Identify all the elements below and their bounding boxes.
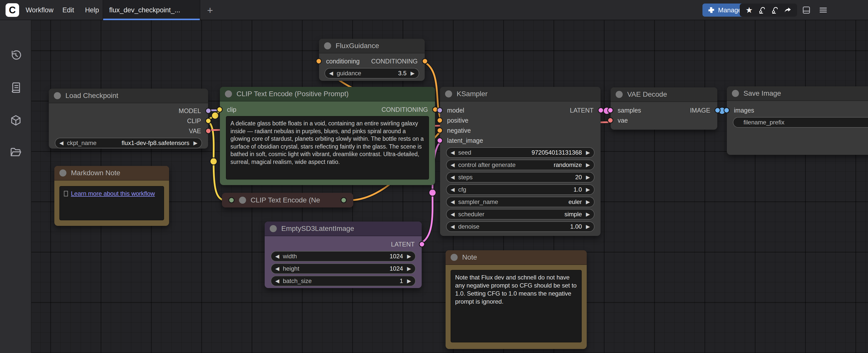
node-empty-sd3-latent-image[interactable]: EmptySD3LatentImage LATENT ◀ width 1024 … bbox=[265, 222, 422, 288]
increment-arrow-icon[interactable]: ▶ bbox=[586, 150, 590, 156]
decrement-arrow-icon[interactable]: ◀ bbox=[275, 266, 279, 272]
node-flux-guidance[interactable]: FluxGuidance conditioning CONDITIONING ◀… bbox=[319, 39, 425, 81]
node-clip-text-encode-positive[interactable]: CLIP Text Encode (Positive Prompt) clip … bbox=[220, 87, 435, 185]
menu-edit[interactable]: Edit bbox=[60, 0, 77, 20]
ckpt-name-widget[interactable]: ◀ ckpt_name flux1-dev-fp8.safetensors ▶ bbox=[55, 138, 202, 148]
node-titlebar[interactable]: EmptySD3LatentImage bbox=[265, 222, 422, 236]
favorites-star-icon[interactable]: ★ bbox=[744, 5, 754, 15]
active-tab-indicator bbox=[103, 19, 200, 20]
conditioning-input-port[interactable] bbox=[316, 58, 322, 64]
increment-arrow-icon[interactable]: ▶ bbox=[586, 186, 590, 193]
decrement-arrow-icon[interactable]: ◀ bbox=[451, 174, 455, 180]
increment-arrow-icon[interactable]: ▶ bbox=[586, 199, 590, 205]
scheduler-widget[interactable]: ◀ scheduler simple ▶ bbox=[446, 209, 594, 219]
bottom-panel-toggle-icon[interactable] bbox=[801, 5, 811, 15]
node-titlebar[interactable]: FluxGuidance bbox=[319, 39, 425, 53]
decrement-arrow-icon[interactable]: ◀ bbox=[451, 224, 455, 230]
node-ksampler[interactable]: KSampler model LATENT positive negative … bbox=[440, 87, 600, 236]
share-icon[interactable] bbox=[783, 5, 793, 15]
increment-arrow-icon[interactable]: ▶ bbox=[586, 224, 590, 230]
hamburger-menu-icon[interactable] bbox=[818, 5, 828, 15]
node-status-dot bbox=[239, 197, 246, 204]
node-load-checkpoint[interactable]: Load Checkpoint MODEL CLIP VAE ◀ ckpt_na… bbox=[49, 89, 208, 149]
workflow-docs-link[interactable]: Learn more about this workflow bbox=[71, 190, 155, 197]
vae-output-port[interactable] bbox=[205, 128, 211, 134]
decrement-arrow-icon[interactable]: ◀ bbox=[451, 211, 455, 217]
guidance-widget[interactable]: ◀ guidance 3.5 ▶ bbox=[324, 68, 419, 79]
decrement-arrow-icon[interactable]: ◀ bbox=[451, 162, 455, 168]
increment-arrow-icon[interactable]: ▶ bbox=[407, 253, 411, 259]
node-titlebar[interactable]: Load Checkpoint bbox=[49, 89, 208, 103]
latent-output-port[interactable] bbox=[598, 107, 604, 113]
latent-image-input-port[interactable] bbox=[437, 138, 443, 144]
node-status-dot bbox=[324, 42, 331, 49]
batch-size-widget[interactable]: ◀ batch_size 1 ▶ bbox=[271, 276, 415, 286]
increment-arrow-icon[interactable]: ▶ bbox=[407, 266, 411, 272]
model-output-port[interactable] bbox=[205, 108, 211, 114]
positive-input-port[interactable] bbox=[437, 117, 443, 123]
width-widget[interactable]: ◀ width 1024 ▶ bbox=[271, 251, 415, 262]
increment-arrow-icon[interactable]: ▶ bbox=[193, 140, 197, 146]
node-markdown-note[interactable]: Markdown Note Learn more about this work… bbox=[54, 166, 169, 226]
clip-output-port[interactable] bbox=[205, 118, 211, 124]
node-titlebar[interactable]: KSampler bbox=[440, 87, 600, 101]
history-icon[interactable] bbox=[9, 49, 22, 62]
decrement-arrow-icon[interactable]: ◀ bbox=[451, 150, 455, 156]
samples-input-port[interactable] bbox=[607, 107, 613, 113]
clean-vram-icon[interactable] bbox=[770, 5, 780, 15]
node-library-icon[interactable] bbox=[9, 81, 22, 94]
collapsed-output-port[interactable] bbox=[341, 197, 347, 203]
model-library-icon[interactable] bbox=[9, 114, 22, 127]
increment-arrow-icon[interactable]: ▶ bbox=[586, 211, 590, 217]
node-save-image[interactable]: Save Image images filename_prefix bbox=[727, 86, 868, 155]
node-vae-decode[interactable]: VAE Decode samples IMAGE vae bbox=[611, 87, 717, 130]
prompt-textarea[interactable]: A delicate glass bottle floats in a void… bbox=[226, 116, 429, 179]
node-titlebar[interactable]: VAE Decode bbox=[611, 87, 717, 102]
node-note[interactable]: Note Note that Flux dev and schnell do n… bbox=[445, 250, 587, 349]
note-textarea[interactable]: Note that Flux dev and schnell do not ha… bbox=[451, 270, 582, 343]
cfg-widget[interactable]: ◀ cfg 1.0 ▶ bbox=[446, 184, 594, 195]
vae-input-port[interactable] bbox=[607, 117, 613, 123]
new-workflow-tab-button[interactable]: + bbox=[204, 4, 216, 16]
latent-output-port[interactable] bbox=[419, 241, 425, 247]
collapsed-input-port[interactable] bbox=[228, 197, 235, 203]
widget-label: cfg bbox=[458, 186, 466, 193]
decrement-arrow-icon[interactable]: ◀ bbox=[329, 70, 333, 76]
increment-arrow-icon[interactable]: ▶ bbox=[586, 162, 590, 168]
conditioning-output-port[interactable] bbox=[422, 58, 428, 64]
node-status-dot bbox=[270, 225, 277, 232]
markdown-note-body[interactable]: Learn more about this workflow bbox=[59, 186, 164, 220]
node-titlebar[interactable]: Save Image bbox=[727, 86, 868, 101]
negative-input-port[interactable] bbox=[437, 127, 443, 134]
increment-arrow-icon[interactable]: ▶ bbox=[586, 174, 590, 180]
clip-input-port[interactable] bbox=[217, 107, 223, 113]
denoise-widget[interactable]: ◀ denoise 1.00 ▶ bbox=[446, 221, 594, 232]
increment-arrow-icon[interactable]: ▶ bbox=[407, 278, 411, 284]
decrement-arrow-icon[interactable]: ◀ bbox=[59, 140, 63, 146]
node-titlebar[interactable]: Note bbox=[445, 250, 587, 265]
clear-workflow-icon[interactable] bbox=[757, 5, 767, 15]
steps-widget[interactable]: ◀ steps 20 ▶ bbox=[446, 172, 594, 182]
images-input-port[interactable] bbox=[723, 107, 730, 113]
seed-widget[interactable]: ◀ seed 972054013131368 ▶ bbox=[446, 147, 594, 158]
node-titlebar[interactable]: CLIP Text Encode (Positive Prompt) bbox=[220, 87, 435, 101]
decrement-arrow-icon[interactable]: ◀ bbox=[275, 278, 279, 284]
workflows-folder-icon[interactable] bbox=[9, 146, 22, 158]
image-output-port[interactable] bbox=[715, 107, 720, 113]
filename-prefix-widget[interactable]: filename_prefix bbox=[733, 117, 868, 128]
decrement-arrow-icon[interactable]: ◀ bbox=[451, 186, 455, 193]
workflow-tab[interactable]: flux_dev_checkpoint_... bbox=[103, 0, 200, 20]
increment-arrow-icon[interactable]: ▶ bbox=[411, 70, 415, 76]
height-widget[interactable]: ◀ height 1024 ▶ bbox=[271, 263, 415, 274]
menu-workflow[interactable]: Workflow bbox=[23, 0, 56, 20]
model-input-port[interactable] bbox=[437, 107, 443, 113]
decrement-arrow-icon[interactable]: ◀ bbox=[275, 253, 279, 259]
widget-label: width bbox=[283, 253, 297, 260]
control-after-generate-widget[interactable]: ◀ control after generate randomize ▶ bbox=[446, 159, 594, 170]
comfyui-logo[interactable]: C bbox=[5, 3, 19, 17]
node-clip-text-encode-negative-collapsed[interactable]: CLIP Text Encode (Ne bbox=[222, 193, 353, 207]
node-titlebar[interactable]: Markdown Note bbox=[54, 166, 169, 180]
decrement-arrow-icon[interactable]: ◀ bbox=[451, 199, 455, 205]
sampler-name-widget[interactable]: ◀ sampler_name euler ▶ bbox=[446, 197, 594, 207]
menu-help[interactable]: Help bbox=[83, 0, 102, 20]
